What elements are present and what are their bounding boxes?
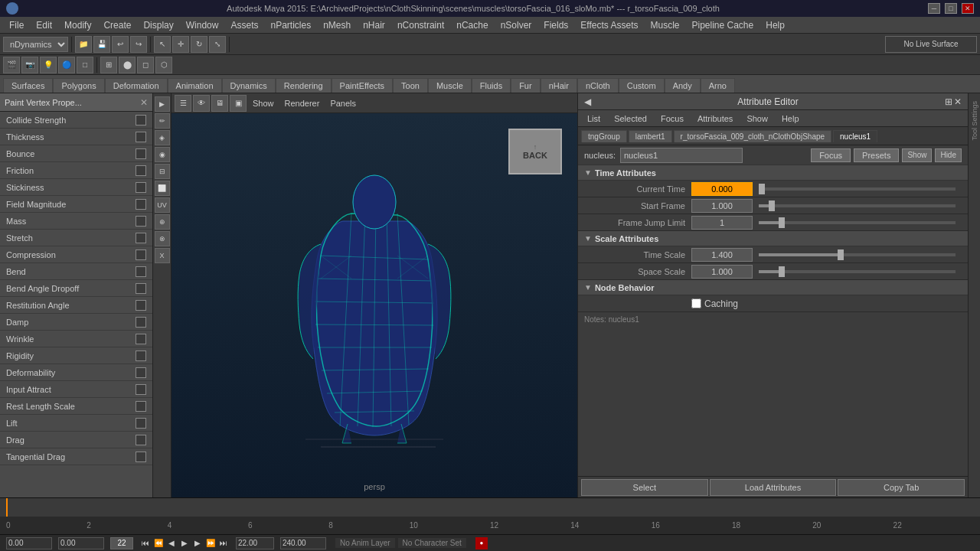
panel-item-damp[interactable]: Damp	[0, 314, 152, 331]
panel-item-checkbox[interactable]	[136, 115, 146, 126]
sculpt-icon[interactable]: ◈	[155, 130, 170, 145]
panel-item-lift[interactable]: Lift	[0, 415, 152, 432]
panel-item-checkbox[interactable]	[136, 283, 146, 294]
tab-fur[interactable]: Fur	[511, 78, 541, 93]
caching-checkbox[interactable]	[691, 298, 701, 308]
time-scale-slider[interactable]	[759, 253, 956, 256]
menu-item-modify[interactable]: Modify	[58, 18, 97, 32]
panel-item-stretch[interactable]: Stretch	[0, 230, 152, 246]
face-icon[interactable]: ⬜	[155, 181, 170, 196]
menu-item-display[interactable]: Display	[137, 18, 179, 32]
hide-button[interactable]: Hide	[935, 148, 962, 162]
shading-icon[interactable]: ⬤	[119, 57, 136, 73]
panel-item-tangential-drag[interactable]: Tangential Drag	[0, 448, 152, 465]
attr-tab-r-torsofascia-009-cloth-nclothobjshape[interactable]: r_torsoFascia_009_cloth_nClothObjShape	[674, 130, 831, 142]
panel-item-checkbox[interactable]	[136, 452, 146, 462]
panel-item-checkbox[interactable]	[136, 249, 146, 260]
panel-item-checkbox[interactable]	[136, 266, 146, 277]
tab-deformation[interactable]: Deformation	[105, 78, 168, 93]
presets-button[interactable]: Presets	[854, 148, 899, 162]
panel-item-checkbox[interactable]	[136, 216, 146, 227]
viewport-menu-renderer[interactable]: Renderer	[280, 99, 325, 108]
current-frame-left[interactable]	[6, 537, 52, 549]
show-button[interactable]: Show	[902, 148, 932, 162]
panel-item-checkbox[interactable]	[136, 334, 146, 344]
show-viewport-icon[interactable]: 👁	[193, 95, 210, 112]
ae-close-icon[interactable]: ✕	[954, 96, 962, 107]
end-frame-input[interactable]	[236, 537, 274, 549]
panels-icon[interactable]: ▣	[230, 95, 247, 112]
prev-frame-button[interactable]: ◀	[165, 537, 178, 549]
panel-item-wrinkle[interactable]: Wrinkle	[0, 331, 152, 347]
ae-collapse-icon[interactable]: ◀	[584, 96, 591, 107]
go-to-end-button[interactable]: ⏭	[217, 537, 230, 549]
menu-item-fields[interactable]: Fields	[537, 18, 574, 32]
attr-menu-attributes[interactable]: Attributes	[691, 112, 739, 125]
frame-jump-slider[interactable]	[759, 221, 956, 224]
close-button[interactable]: ✕	[962, 3, 974, 14]
panel-item-restitution-angle[interactable]: Restitution Angle	[0, 297, 152, 314]
wireframe-icon[interactable]: ◻	[137, 57, 154, 73]
menu-item-nmesh[interactable]: nMesh	[317, 18, 357, 32]
character-set-dropdown[interactable]: No Character Set	[398, 538, 466, 548]
select-button[interactable]: Select	[581, 479, 708, 496]
menu-item-edit[interactable]: Edit	[30, 18, 58, 32]
tab-fluids[interactable]: Fluids	[472, 78, 511, 93]
tab-custom[interactable]: Custom	[619, 78, 665, 93]
tab-painteffects[interactable]: PaintEffects	[332, 78, 394, 93]
tab-toon[interactable]: Toon	[393, 78, 428, 93]
ae-float-icon[interactable]: ⊞	[945, 96, 952, 107]
attr-menu-selected[interactable]: Selected	[608, 112, 653, 125]
minimize-button[interactable]: ─	[928, 3, 940, 14]
panel-item-checkbox[interactable]	[136, 317, 146, 328]
play-button[interactable]: ▶	[178, 537, 191, 549]
camera-icon[interactable]: 📷	[21, 57, 38, 73]
menu-item-nsolver[interactable]: nSolver	[495, 18, 538, 32]
panel-item-bounce[interactable]: Bounce	[0, 145, 152, 162]
tab-arno[interactable]: Arno	[701, 78, 735, 93]
menu-item-muscle[interactable]: Muscle	[644, 18, 685, 32]
paint-mode-icon[interactable]: ✏	[155, 113, 170, 129]
light-icon[interactable]: 💡	[40, 57, 57, 73]
menu-item-effects-assets[interactable]: Effects Assets	[574, 18, 644, 32]
anim-layer-dropdown[interactable]: No Anim Layer	[335, 538, 395, 548]
viewport-canvas[interactable]: ↑ BACK persp	[172, 113, 577, 497]
attr-tab-lambert1[interactable]: lambert1	[629, 130, 672, 142]
material-icon[interactable]: 🔵	[58, 57, 75, 73]
panel-item-rest-length-scale[interactable]: Rest Length Scale	[0, 398, 152, 415]
focus-button[interactable]: Focus	[811, 148, 851, 162]
redo-icon[interactable]: ↪	[130, 36, 147, 53]
menu-item-file[interactable]: File	[3, 18, 30, 32]
viewport[interactable]: ☰ 👁 🖥 ▣ Show Renderer Panels	[172, 93, 577, 497]
panel-item-deformability[interactable]: Deformability	[0, 364, 152, 381]
save-icon[interactable]: 💾	[93, 36, 110, 53]
tab-muscle[interactable]: Muscle	[428, 78, 472, 93]
panel-item-friction[interactable]: Friction	[0, 162, 152, 179]
load-attributes-button[interactable]: Load Attributes	[710, 479, 837, 496]
menu-item-nhair[interactable]: nHair	[357, 18, 391, 32]
panel-item-field-magnitude[interactable]: Field Magnitude	[0, 196, 152, 213]
texture-icon[interactable]: □	[77, 57, 93, 73]
soft-select-icon[interactable]: ⊕	[155, 214, 170, 230]
select-tool-icon[interactable]: ↖	[154, 36, 171, 53]
current-time-input[interactable]	[691, 182, 753, 196]
edge-icon[interactable]: ⊟	[155, 164, 170, 179]
panel-item-checkbox[interactable]	[136, 148, 146, 159]
window-controls[interactable]: ─ □ ✕	[928, 3, 974, 14]
panel-item-checkbox[interactable]	[136, 435, 146, 445]
scale-tool-icon[interactable]: ⤡	[209, 36, 226, 53]
attr-menu-focus[interactable]: Focus	[655, 112, 690, 125]
menu-item-create[interactable]: Create	[97, 18, 137, 32]
deformer-icon[interactable]: ⊗	[155, 231, 170, 246]
attr-tab-nucleus1[interactable]: nucleus1	[833, 130, 877, 142]
panel-item-checkbox[interactable]	[136, 350, 146, 361]
panel-item-checkbox[interactable]	[136, 199, 146, 210]
panel-item-bend-angle-dropoff[interactable]: Bend Angle Dropoff	[0, 280, 152, 297]
menu-item-window[interactable]: Window	[180, 18, 225, 32]
go-to-start-button[interactable]: ⏮	[139, 537, 152, 549]
rotate-tool-icon[interactable]: ↻	[191, 36, 207, 53]
menu-item-help[interactable]: Help	[760, 18, 791, 32]
panel-item-checkbox[interactable]	[136, 418, 146, 429]
xray-icon[interactable]: X	[155, 248, 170, 263]
panel-item-drag[interactable]: Drag	[0, 432, 152, 448]
